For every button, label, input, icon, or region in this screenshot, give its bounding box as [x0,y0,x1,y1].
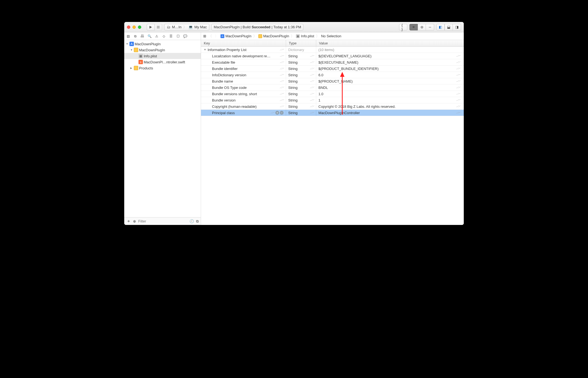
add-button[interactable]: ＋ [126,218,131,224]
test-tab[interactable]: ◇ [162,34,166,38]
stepper-icon[interactable]: ︿﹀ [456,54,460,58]
plist-value[interactable]: MacDownPlugInController [318,111,455,115]
stepper-icon[interactable]: ︿﹀ [280,86,284,89]
tree-file-plist[interactable]: ▦ Info.plist [124,53,201,59]
plist-row[interactable]: Bundle name︿﹀String︿﹀$(PRODUCT_NAME)︿﹀ [201,78,464,84]
stop-button[interactable] [155,24,162,30]
add-row-button[interactable]: + [275,111,279,115]
stepper-icon[interactable]: ︿﹀ [456,98,460,102]
project-navigator-tab[interactable]: ▤ [126,34,130,38]
jump-segment[interactable]: AMacDownPlugIn [220,34,251,38]
disclosure-icon[interactable]: ▼ [204,48,207,51]
debug-tab[interactable]: ☰ [169,34,173,38]
column-value[interactable]: Value [316,40,464,46]
plist-row[interactable]: Executable file︿﹀String︿﹀$(EXECUTABLE_NA… [201,59,464,66]
stepper-icon[interactable]: ︿﹀ [280,54,284,58]
stepper-icon[interactable]: ︿﹀ [456,79,460,83]
disclosure-icon[interactable]: ▼ [130,49,133,51]
stepper-icon[interactable]: ︿﹀ [310,67,314,70]
zoom-button[interactable] [138,26,141,29]
column-type[interactable]: Type [286,40,316,46]
stepper-icon[interactable]: ︿﹀ [310,92,314,96]
stepper-icon[interactable]: ︿﹀ [310,111,314,115]
plist-row[interactable]: Bundle versions string, short︿﹀String︿﹀1… [201,91,464,97]
stepper-icon[interactable]: ︿﹀ [456,92,460,96]
plist-row[interactable]: Localization native development re…︿﹀Str… [201,53,464,59]
back-button[interactable]: 〈 [208,34,213,39]
stepper-icon[interactable]: ︿﹀ [310,54,314,58]
assistant-editor-button[interactable]: ⊚ [418,24,426,30]
activity-view[interactable]: MacDownPlugIn | Build Succeeded | Today … [211,24,303,30]
tree-project[interactable]: ▼ A MacDownPlugIn [124,41,201,47]
plist-row[interactable]: InfoDictionary version︿﹀String︿﹀6.0︿﹀ [201,72,464,78]
plist-value[interactable]: BNDL [318,86,455,90]
jump-segment[interactable]: No Selection [321,34,341,38]
stepper-icon[interactable]: ︿﹀ [310,60,314,64]
issue-tab[interactable]: ⚠ [154,34,159,38]
stepper-icon[interactable]: ︿﹀ [310,98,314,102]
stepper-icon[interactable]: ︿﹀ [280,105,284,108]
stepper-icon[interactable]: ︿﹀ [310,86,314,89]
scheme-selector[interactable]: 🗂 M…In 〉 💻 My Mac [164,24,209,30]
version-editor-button[interactable]: ↔ [426,24,434,30]
plist-value[interactable]: Copyright © 2018 Big Z Labs. All rights … [318,105,455,109]
plist-row[interactable]: Bundle version︿﹀String︿﹀1︿﹀ [201,97,464,103]
related-items-icon[interactable]: ⊞ [203,34,206,38]
column-key[interactable]: Key [201,40,286,46]
stepper-icon[interactable]: ︿﹀ [280,92,284,96]
stepper-icon[interactable]: ︿﹀ [280,48,284,52]
plist-value[interactable]: 1 [318,98,455,102]
stepper-icon[interactable]: ︿﹀ [270,111,274,115]
toggle-debug-button[interactable]: ⬓ [445,24,453,30]
plist-row[interactable]: ▼Information Property List︿﹀Dictionary(1… [201,47,464,53]
disclosure-icon[interactable]: ▶ [130,67,133,69]
plist-row[interactable]: Principal class︿﹀+−String︿﹀MacDownPlugIn… [201,110,464,116]
stepper-icon[interactable]: ︿﹀ [280,98,284,102]
stepper-icon[interactable]: ︿﹀ [280,79,284,83]
plist-value[interactable]: $(PRODUCT_NAME) [318,79,455,83]
stepper-icon[interactable]: ︿﹀ [456,73,460,77]
symbol-tab[interactable]: 品 [140,34,145,38]
remove-row-button[interactable]: − [280,111,284,115]
jump-segment[interactable]: ▦Info.plist [296,34,314,38]
scm-filter-icon[interactable]: ⧉ [196,219,199,224]
plist-value[interactable]: 6.0 [318,73,455,77]
plist-value[interactable]: $(DEVELOPMENT_LANGUAGE) [318,54,455,58]
plist-value[interactable]: $(PRODUCT_BUNDLE_IDENTIFIER) [318,67,455,71]
code-snippet-button[interactable]: { } [399,24,407,30]
source-control-tab[interactable]: ⧉ [133,34,137,38]
stepper-icon[interactable]: ︿﹀ [456,60,460,64]
plist-row[interactable]: Bundle OS Type code︿﹀String︿﹀BNDL︿﹀ [201,84,464,91]
tree-file-swift[interactable]: s MacDownPl…ntroller.swift [124,59,201,65]
plist-value[interactable]: 1.0 [318,92,455,96]
standard-editor-button[interactable]: ≡ [409,24,418,30]
toggle-inspector-button[interactable]: ◨ [453,24,461,30]
stepper-icon[interactable]: ︿﹀ [280,60,284,64]
plist-row[interactable]: Copyright (human-readable)︿﹀String︿﹀Copy… [201,103,464,110]
stepper-icon[interactable]: ︿﹀ [280,73,284,77]
stepper-icon[interactable]: ︿﹀ [310,79,314,83]
disclosure-icon[interactable]: ▼ [126,43,129,45]
run-button[interactable] [147,24,155,30]
stepper-icon[interactable]: ︿﹀ [456,111,460,115]
toggle-navigator-button[interactable]: ◧ [436,24,445,30]
stepper-icon[interactable]: ︿﹀ [280,67,284,70]
tree-group[interactable]: ▼ MacDownPlugIn [124,47,201,53]
report-tab[interactable]: 💬 [183,34,187,38]
minimize-button[interactable] [132,26,136,29]
breakpoint-tab[interactable]: ☐ [176,34,180,38]
plist-value[interactable]: $(EXECUTABLE_NAME) [318,60,455,64]
stepper-icon[interactable]: ︿﹀ [456,67,460,70]
close-button[interactable] [127,26,130,29]
find-tab[interactable]: 🔍 [147,34,152,38]
tree-products[interactable]: ▶ Products [124,65,201,71]
stepper-icon[interactable]: ︿﹀ [310,73,314,77]
stepper-icon[interactable]: ︿﹀ [456,86,460,89]
stepper-icon[interactable]: ︿﹀ [456,105,460,108]
filter-input[interactable] [138,219,187,223]
forward-button[interactable]: 〉 [214,34,219,39]
plist-row[interactable]: Bundle identifier︿﹀String︿﹀$(PRODUCT_BUN… [201,66,464,72]
recent-icon[interactable]: 🕘 [190,219,194,223]
jump-segment[interactable]: MacDownPlugIn [258,34,289,38]
stepper-icon[interactable]: ︿﹀ [310,105,314,108]
